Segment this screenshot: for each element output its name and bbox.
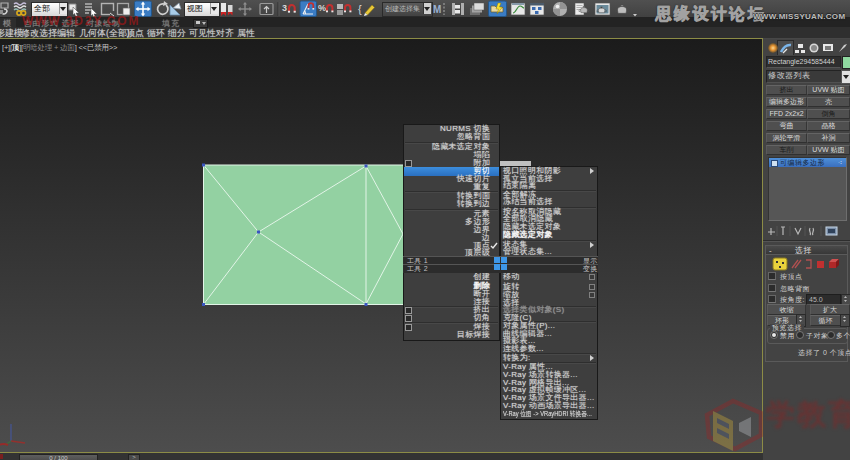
svg-text:3: 3 [282,3,287,13]
svg-text:%: % [318,3,326,13]
svg-text:M: M [433,4,441,15]
svg-text:{: { [358,3,362,15]
